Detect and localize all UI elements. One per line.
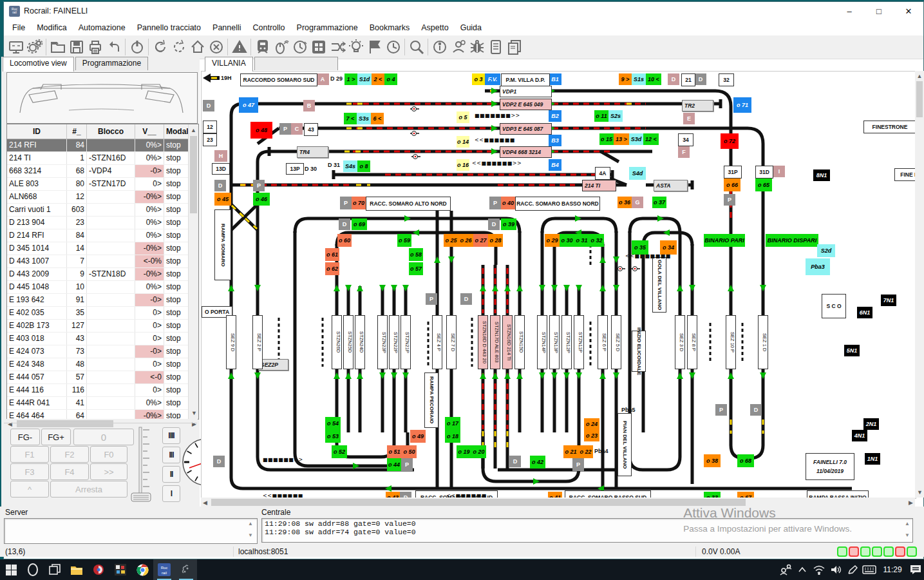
- panel-vblock-stzn17dale803[interactable]: STZN17D ALE 803: [490, 315, 500, 369]
- panel-chip-I[interactable]: I: [773, 166, 785, 177]
- panel-chip-2<[interactable]: 2 <: [372, 73, 384, 85]
- print-icon[interactable]: [86, 38, 104, 57]
- panel-chip-o23[interactable]: o 23: [584, 430, 599, 441]
- fg-plus-button[interactable]: FG+: [41, 429, 71, 445]
- loco-row-ALE-803[interactable]: ALE 80380-STZN17D0>stop: [7, 178, 198, 191]
- panel-chip-o18[interactable]: o 18: [445, 430, 460, 443]
- panel-box-12[interactable]: 12: [203, 121, 217, 133]
- panel-chip-C[interactable]: C: [291, 123, 303, 135]
- panel-chip-o39[interactable]: o 39: [501, 218, 516, 230]
- mouse-control-icon[interactable]: [272, 38, 290, 57]
- panel-chip-B4[interactable]: B4: [549, 159, 561, 171]
- panel-chip-o38[interactable]: o 38: [704, 454, 721, 467]
- panel-chip-P[interactable]: P: [279, 123, 291, 135]
- server-log-scroll[interactable]: ▲▼: [246, 518, 255, 543]
- panel-chip-o31[interactable]: o 31: [574, 234, 589, 247]
- people-icon[interactable]: [777, 559, 794, 580]
- panel-vblock-sez3d[interactable]: SEZ 3 D: [675, 315, 685, 369]
- panel-chip-G[interactable]: G: [632, 197, 643, 208]
- panel-block-asta[interactable]: ASTA: [654, 180, 688, 191]
- panel-vblock-stzn13p[interactable]: STZN13P: [549, 315, 560, 369]
- info-icon[interactable]: [430, 38, 449, 57]
- log-icon[interactable]: [486, 38, 505, 57]
- panel-chip-o24[interactable]: o 24: [584, 418, 599, 430]
- panel-block-tr4[interactable]: TR4: [297, 146, 328, 158]
- panel-chip-o3[interactable]: o 3: [472, 73, 485, 85]
- loco-row-E-424-073[interactable]: E 424 07373-0>stop: [7, 345, 198, 358]
- panel-vblock-stzn12p[interactable]: STZN12P: [561, 315, 572, 369]
- app-red-icon[interactable]: [88, 559, 109, 580]
- pen-icon[interactable]: [844, 559, 861, 580]
- rotate-icon[interactable]: [169, 38, 188, 57]
- panel-chip-S4d[interactable]: S4d: [629, 167, 646, 180]
- panel-chip-B2[interactable]: B2: [549, 110, 561, 122]
- panel-box-finestrone[interactable]: FINESTRONE: [863, 121, 916, 133]
- more-functions-button[interactable]: >>: [90, 463, 127, 480]
- loco-row-D-443-1007[interactable]: D 443 10077<-0%stop: [7, 255, 198, 268]
- menu-aspetto[interactable]: Aspetto: [415, 21, 454, 34]
- panel-vblock-stzn26d[interactable]: STZN26D: [332, 315, 342, 369]
- panel-vblock-stzn18dd44320[interactable]: STZN18D D 443 20: [478, 315, 488, 369]
- panel-chip-o28[interactable]: o 28: [488, 234, 503, 247]
- panel-chip-12<[interactable]: 12 <: [643, 133, 659, 145]
- zoom-icon[interactable]: [407, 38, 426, 57]
- panel-chip-o42[interactable]: o 42: [530, 456, 545, 469]
- panel-chip-o53[interactable]: o 53: [325, 430, 341, 443]
- title-bar[interactable]: Rocrail Rocrail: FAINELLI – □ ✕: [4, 2, 923, 20]
- app-game-icon[interactable]: [109, 559, 131, 580]
- panel-vblock-sez4p[interactable]: SEZ 4 P: [432, 315, 442, 369]
- close-button[interactable]: ✕: [894, 2, 923, 20]
- menu-automazione[interactable]: Automazione: [73, 21, 131, 34]
- loco-row-D-445-1048[interactable]: D 445 1048100%>stop: [7, 281, 198, 294]
- auto-clock-icon[interactable]: [290, 38, 309, 57]
- fg-minus-button[interactable]: FG-: [10, 429, 40, 445]
- panel-block-vdp4[interactable]: VDP4 668 3214: [500, 146, 552, 158]
- panel-chip-Pba3[interactable]: Pba3: [806, 258, 830, 275]
- panel-box-21[interactable]: 21: [681, 73, 695, 86]
- panel-vblock-stzn21p[interactable]: STZN21P: [401, 315, 411, 369]
- panel-chip-o34[interactable]: o 34: [660, 240, 677, 255]
- panel-box-racc-somaro-alto-nord[interactable]: RACC. SOMARO ALTO NORD: [366, 197, 451, 211]
- f3-button[interactable]: F3: [10, 463, 49, 480]
- panel-chip-o71[interactable]: o 71: [733, 97, 751, 113]
- menu-bookmarks[interactable]: Bookmarks: [364, 21, 416, 34]
- panel-box-4a[interactable]: 4A: [595, 167, 610, 180]
- panel-chip-D[interactable]: D: [750, 404, 762, 416]
- cancel-icon[interactable]: [207, 38, 225, 57]
- panel-chip-o66[interactable]: o 66: [724, 179, 740, 191]
- panel-chip-D[interactable]: D: [339, 218, 350, 230]
- panel-chip-6N1[interactable]: 6N1: [857, 307, 872, 318]
- maximize-button[interactable]: □: [864, 2, 894, 20]
- panel-chip-P[interactable]: P: [253, 180, 265, 191]
- panel-chip-o37[interactable]: o 37: [652, 197, 666, 208]
- loco-row-D-213-904[interactable]: D 213 904230%>stop: [7, 217, 198, 229]
- panel-chip-o54[interactable]: o 54: [325, 417, 341, 430]
- panel-chip-7<[interactable]: 7 <: [344, 113, 357, 124]
- menu-guida[interactable]: Guida: [455, 21, 487, 34]
- tray-expand-icon[interactable]: [794, 559, 811, 580]
- stop-button[interactable]: Arresta: [50, 481, 127, 498]
- panel-chip-B1[interactable]: B1: [549, 73, 561, 85]
- panel-block-214[interactable]: 214 TI: [582, 180, 616, 191]
- chrome-icon[interactable]: [131, 559, 153, 580]
- panel-chip-7N1[interactable]: 7N1: [881, 295, 896, 306]
- menu-file[interactable]: File: [6, 21, 31, 34]
- panel-vscrollbar[interactable]: ▲ ▼: [915, 71, 924, 498]
- track-plan-panel[interactable]: A1 >S1d2 <o 4o 3F.V.B19 >S1s10 <DDDo 47B…: [201, 71, 916, 499]
- undo-icon[interactable]: [104, 38, 123, 57]
- f0-button[interactable]: F0: [90, 446, 127, 463]
- panel-vblock-sez6p[interactable]: SEZ 6 P: [598, 315, 608, 369]
- loco-row-D-214-RFI[interactable]: D 214 RFI840%>stop: [7, 229, 198, 242]
- display-icon[interactable]: [6, 38, 25, 57]
- panel-vblock-sez10p[interactable]: SEZ 10 P: [726, 315, 736, 369]
- panel-chip-P[interactable]: P: [715, 404, 727, 416]
- panel-chip-o49[interactable]: o 49: [410, 430, 426, 443]
- panel-vblock-stzn15d[interactable]: STZN15D: [514, 315, 525, 369]
- loco-row-Carri-vuoti-1[interactable]: Carri vuoti 16030%>stop: [7, 204, 198, 217]
- properties-icon[interactable]: [25, 38, 44, 57]
- panel-chip-13>[interactable]: 13 >: [614, 133, 629, 145]
- panel-chip-o48[interactable]: o 48: [250, 122, 272, 139]
- panel-chip-S1s[interactable]: S1s: [632, 73, 646, 85]
- loco-row-E-464-464[interactable]: E 464 46464-0%>stop: [7, 410, 198, 420]
- speedstep-1-button[interactable]: I: [162, 485, 180, 502]
